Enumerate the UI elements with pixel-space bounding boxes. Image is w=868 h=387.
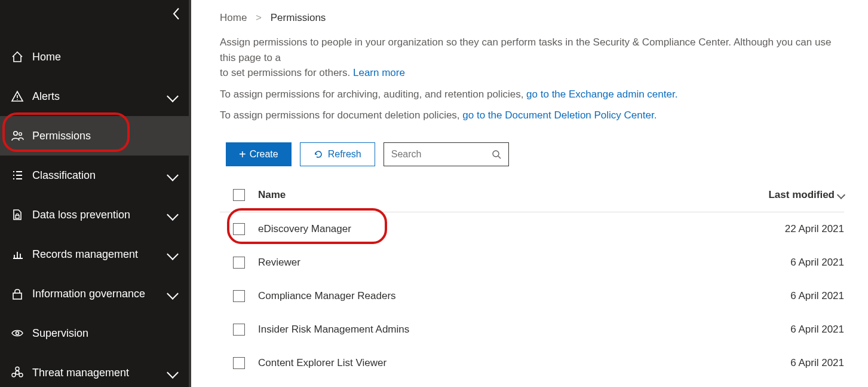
row-modified: 6 April 2021: [790, 290, 844, 302]
row-checkbox[interactable]: [233, 223, 245, 235]
table-header: Name Last modified: [220, 183, 844, 212]
row-name: Reviewer: [258, 257, 790, 269]
svg-point-5: [16, 371, 19, 374]
sidebar-item-label: Records management: [32, 248, 138, 261]
chevron-down-icon: [167, 209, 179, 221]
chevron-down-icon: [167, 288, 179, 300]
eye-icon: [11, 327, 24, 340]
sidebar-item-label: Supervision: [32, 327, 88, 340]
row-modified: 22 April 2021: [785, 223, 844, 235]
collapse-icon[interactable]: [172, 7, 180, 20]
table-row[interactable]: Reviewer 6 April 2021: [220, 246, 844, 279]
nav-list: Home Alerts Permissions Classification: [0, 0, 191, 387]
svg-point-8: [19, 373, 23, 377]
svg-point-1: [19, 133, 22, 136]
table-row[interactable]: Content Explorer List Viewer 6 April 202…: [220, 346, 844, 380]
lock-icon: [11, 287, 24, 300]
row-checkbox[interactable]: [233, 257, 245, 269]
people-icon: [11, 129, 24, 142]
sidebar-item-records[interactable]: Records management: [0, 234, 191, 274]
row-modified: 6 April 2021: [790, 324, 844, 336]
sidebar-item-classification[interactable]: Classification: [0, 156, 191, 195]
svg-point-0: [14, 132, 17, 135]
table-row[interactable]: Compliance Manager Readers 6 April 2021: [220, 279, 844, 313]
row-modified: 6 April 2021: [790, 357, 844, 369]
row-checkbox[interactable]: [233, 324, 245, 336]
table-row[interactable]: eDiscovery Manager 22 April 2021: [220, 212, 844, 246]
toolbar: +Create Refresh: [226, 142, 844, 166]
refresh-icon: [314, 150, 323, 159]
row-name: Compliance Manager Readers: [258, 290, 790, 302]
main-content: Home > Permissions Assign permissions to…: [191, 0, 868, 387]
sidebar: Home Alerts Permissions Classification: [0, 0, 191, 387]
home-icon: [11, 50, 24, 63]
select-all-checkbox[interactable]: [233, 189, 245, 201]
chevron-down-icon: [167, 367, 179, 379]
svg-rect-3: [13, 293, 22, 299]
svg-point-7: [12, 373, 16, 377]
biohazard-icon: [11, 366, 24, 379]
breadcrumb-current: Permissions: [271, 12, 326, 23]
table-row[interactable]: Insider Risk Management Admins 6 April 2…: [220, 313, 844, 346]
search-icon: [492, 150, 501, 159]
file-lock-icon: [11, 208, 24, 221]
row-checkbox[interactable]: [233, 357, 245, 369]
chart-icon: [11, 248, 24, 261]
breadcrumb-separator: >: [256, 12, 262, 23]
search-input[interactable]: [391, 149, 475, 160]
svg-point-9: [493, 151, 499, 157]
chevron-down-icon: [837, 190, 845, 199]
doc-deletion-link[interactable]: go to the Document Deletion Policy Cente…: [462, 109, 657, 121]
sidebar-item-permissions[interactable]: Permissions: [0, 116, 191, 156]
chevron-down-icon: [167, 169, 179, 181]
sidebar-item-supervision[interactable]: Supervision: [0, 313, 191, 353]
chevron-down-icon: [167, 248, 179, 260]
sidebar-item-dlp[interactable]: Data loss prevention: [0, 195, 191, 234]
sidebar-item-label: Threat management: [32, 367, 129, 379]
svg-rect-2: [16, 215, 19, 218]
sidebar-item-label: Home: [32, 51, 61, 63]
sidebar-item-home[interactable]: Home: [0, 37, 191, 77]
search-box[interactable]: [384, 142, 509, 166]
sidebar-item-info-gov[interactable]: Information governance: [0, 274, 191, 313]
column-name[interactable]: Name: [258, 189, 768, 201]
row-name: Insider Risk Management Admins: [258, 324, 790, 336]
row-modified: 6 April 2021: [790, 257, 844, 269]
sidebar-item-label: Alerts: [32, 90, 60, 103]
learn-more-link[interactable]: Learn more: [353, 67, 405, 78]
sidebar-item-label: Data loss prevention: [32, 209, 130, 221]
sidebar-item-label: Permissions: [32, 130, 91, 142]
column-modified[interactable]: Last modified: [768, 189, 844, 201]
breadcrumb: Home > Permissions: [220, 12, 844, 24]
row-checkbox[interactable]: [233, 290, 245, 302]
svg-point-4: [16, 332, 19, 335]
sidebar-item-label: Classification: [32, 169, 96, 182]
intro-text-3: To assign permissions for document delet…: [220, 108, 844, 123]
row-name: Content Explorer List Viewer: [258, 357, 790, 369]
breadcrumb-root[interactable]: Home: [220, 12, 247, 23]
svg-point-6: [16, 367, 19, 371]
list-icon: [11, 169, 24, 182]
create-button[interactable]: +Create: [226, 142, 292, 166]
row-name: eDiscovery Manager: [258, 223, 785, 235]
chevron-down-icon: [167, 90, 179, 102]
sidebar-item-alerts[interactable]: Alerts: [0, 77, 191, 116]
intro-text-2: To assign permissions for archiving, aud…: [220, 87, 844, 102]
refresh-button[interactable]: Refresh: [300, 142, 375, 166]
intro-text-1: Assign permissions to people in your org…: [220, 35, 844, 81]
sidebar-item-label: Information governance: [32, 288, 145, 300]
exchange-admin-link[interactable]: go to the Exchange admin center.: [526, 89, 677, 100]
sidebar-item-threat[interactable]: Threat management: [0, 353, 191, 387]
alert-icon: [11, 90, 24, 103]
